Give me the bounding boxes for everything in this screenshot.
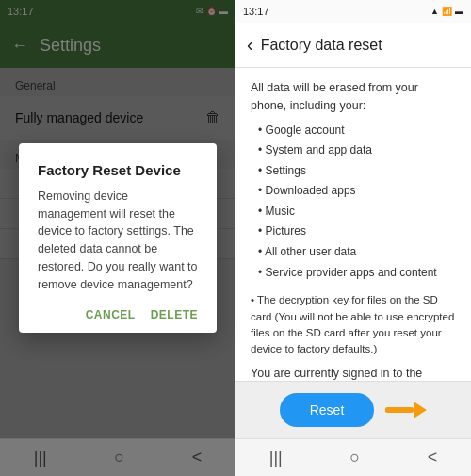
factory-content: All data will be erased from your phone,…	[236, 68, 471, 381]
list-item: All other user data	[251, 242, 456, 263]
status-icons-right: ▲ 📶 ▬	[430, 7, 463, 16]
arrow-body	[385, 407, 414, 413]
accounts-label: You are currently signed in to the follo…	[251, 367, 456, 381]
status-bar-right: 13:17 ▲ 📶 ▬	[236, 0, 471, 23]
list-item: Music	[251, 202, 456, 222]
reset-button[interactable]: Reset	[280, 393, 375, 427]
dialog-overlay: Factory Reset Device Removing device man…	[0, 0, 236, 476]
factory-reset-dialog: Factory Reset Device Removing device man…	[19, 143, 217, 334]
list-item: Downloaded apps	[251, 181, 456, 202]
list-item: Pictures	[251, 222, 456, 242]
battery-icon-right: ▬	[455, 7, 463, 16]
list-item: Settings	[251, 161, 456, 182]
status-time-right: 13:17	[243, 6, 269, 17]
dialog-title: Factory Reset Device	[38, 162, 198, 178]
left-panel: 13:17 ✉ ⏰ ▬ ← Settings General Fully man…	[0, 0, 236, 476]
factory-list: Google account System and app data Setti…	[251, 121, 456, 284]
nav-back-right[interactable]: <	[428, 448, 438, 468]
toolbar-right: ‹ Factory data reset	[236, 23, 471, 68]
factory-intro: All data will be erased from your phone,…	[251, 79, 456, 115]
cancel-button[interactable]: CANCEL	[86, 308, 136, 321]
wifi-icon: ▲	[430, 7, 439, 16]
delete-button[interactable]: DELETE	[151, 308, 198, 321]
dialog-body: Removing device management will reset th…	[38, 188, 198, 294]
bottom-section: Reset	[236, 381, 471, 438]
list-item: Service provider apps and content	[251, 263, 456, 284]
right-panel: 13:17 ▲ 📶 ▬ ‹ Factory data reset All dat…	[236, 0, 471, 476]
back-button-right[interactable]: ‹	[247, 34, 253, 56]
arrow-indicator	[385, 402, 427, 419]
list-item: Google account	[251, 121, 456, 141]
factory-reset-title: Factory data reset	[261, 37, 382, 54]
dialog-actions: CANCEL DELETE	[38, 308, 198, 321]
signal-icon: 📶	[442, 7, 452, 16]
factory-note: • The decryption key for files on the SD…	[251, 292, 456, 357]
list-item: System and app data	[251, 140, 456, 161]
nav-recent-right[interactable]: |||	[269, 448, 283, 468]
nav-home-right[interactable]: ○	[349, 448, 360, 468]
arrow-head	[414, 402, 427, 419]
bottom-nav-right: ||| ○ <	[236, 438, 471, 476]
